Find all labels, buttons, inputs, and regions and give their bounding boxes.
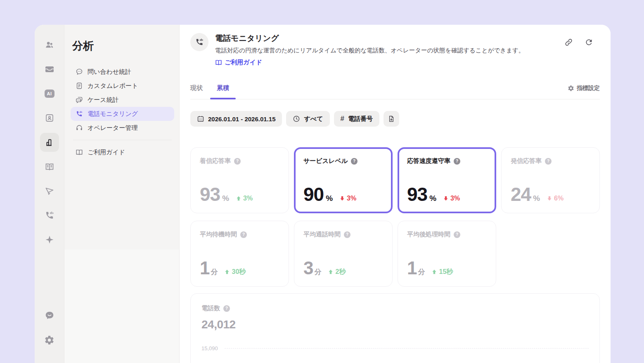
sidebar-item-inquiry-stats[interactable]: 問い合わせ統計 xyxy=(71,65,174,79)
metric-value: 93 xyxy=(407,185,427,204)
metric-card-outbound-answer-rate[interactable]: 発信応答率 ? 24 % 6% xyxy=(501,147,600,213)
metric-value: 24 xyxy=(511,185,531,204)
trend-up-icon xyxy=(432,269,437,274)
metric-value: 90 xyxy=(303,185,324,204)
metric-change: 3% xyxy=(443,195,460,202)
export-button[interactable] xyxy=(384,111,399,127)
refresh-icon[interactable] xyxy=(585,38,593,47)
sidebar-item-phone-monitoring[interactable]: 電話モニタリング xyxy=(71,107,174,121)
time-filter[interactable]: すべて xyxy=(286,111,329,127)
ai-badge-label: AI xyxy=(45,90,54,98)
chat-bubble-icon xyxy=(76,68,83,75)
metric-card-avg-talk-time[interactable]: 平均通話時間 ? 3 分 2秒 xyxy=(294,221,393,287)
help-icon[interactable]: ? xyxy=(344,231,350,238)
metric-change: 6% xyxy=(547,195,564,202)
help-icon[interactable]: ? xyxy=(234,158,241,165)
contact-card-icon[interactable] xyxy=(40,108,59,127)
sidebar-item-user-guide[interactable]: ご利用ガイド xyxy=(71,145,174,159)
date-range-label: 2026.01.01 - 2026.01.15 xyxy=(208,116,275,123)
filter-bar: 2026.01.01 - 2026.01.15 すべて # 電話番号 xyxy=(190,111,600,127)
phone-monitoring-avatar xyxy=(190,33,208,51)
metric-value: 1 xyxy=(200,259,209,277)
ai-icon[interactable]: AI xyxy=(40,84,59,103)
help-icon[interactable]: ? xyxy=(240,231,247,238)
phone-number-filter[interactable]: # 電話番号 xyxy=(334,111,379,127)
metric-unit: 分 xyxy=(418,267,425,277)
metric-card-service-level[interactable]: サービスレベル ? 90 % 3% xyxy=(294,147,393,213)
send-icon[interactable] xyxy=(40,182,59,200)
time-metric-cards-row: 平均待機時間 ? 1 分 30秒 平均通話時間 xyxy=(190,221,600,287)
main-panel: 電話モニタリング 電話対応の円滑な運営のためにリアルタイムで全般的な電話数、オペ… xyxy=(180,25,611,363)
phone-number-filter-label: 電話番号 xyxy=(348,115,373,123)
metric-card-answer-speed-compliance[interactable]: 応答速度遵守率 ? 93 % 3% xyxy=(398,147,496,213)
people-icon[interactable] xyxy=(40,35,59,54)
guide-link[interactable]: ご利用ガイド xyxy=(215,59,262,66)
sidebar-item-case-stats[interactable]: ケース統計 xyxy=(71,93,174,107)
link-icon[interactable] xyxy=(564,38,573,47)
settings-icon[interactable] xyxy=(40,330,59,349)
metric-unit: % xyxy=(222,194,229,203)
sidebar-item-label: オペレーター管理 xyxy=(88,124,137,132)
sidebar-item-custom-report[interactable]: カスタムレポート xyxy=(71,79,174,93)
sidebar-title: 分析 xyxy=(72,39,174,53)
help-icon[interactable]: ? xyxy=(223,305,230,312)
page-description: 電話対応の円滑な運営のためにリアルタイムで全般的な電話数、オペレーターの状態を確… xyxy=(215,47,524,54)
headset-icon xyxy=(76,124,83,132)
metric-unit: 分 xyxy=(314,267,321,277)
tabs-row: 現状 累積 指標設定 xyxy=(190,78,600,99)
phone-monitor-icon[interactable] xyxy=(40,206,59,225)
header-texts: 電話モニタリング 電話対応の円滑な運営のためにリアルタイムで全般的な電話数、オペ… xyxy=(215,33,524,68)
metric-value: 1 xyxy=(407,259,417,277)
guide-book-icon[interactable] xyxy=(40,157,59,176)
help-icon[interactable]: ? xyxy=(454,231,460,238)
trend-down-icon xyxy=(340,196,345,201)
calendar-icon xyxy=(197,115,204,123)
metric-title: 平均通話時間 xyxy=(303,231,341,238)
case-bubbles-icon xyxy=(76,96,83,104)
tab-cumulative[interactable]: 累積 xyxy=(217,78,229,99)
chart-gridline-label: 15,090 xyxy=(201,345,218,351)
metric-title: 着信応答率 xyxy=(200,157,231,165)
sparkle-icon[interactable] xyxy=(40,230,59,249)
date-range-filter[interactable]: 2026.01.01 - 2026.01.15 xyxy=(190,111,282,127)
metric-settings-button[interactable]: 指標設定 xyxy=(568,85,600,92)
export-document-icon xyxy=(388,115,395,123)
metric-change: 3% xyxy=(340,195,356,202)
tab-current[interactable]: 現状 xyxy=(190,78,203,99)
help-icon[interactable]: ? xyxy=(351,158,358,165)
metric-unit: % xyxy=(533,194,540,203)
open-book-icon xyxy=(76,148,83,156)
metric-card-avg-after-call-work-time[interactable]: 平均後処理時間 ? 1 分 15秒 xyxy=(398,221,496,287)
hash-icon: # xyxy=(341,115,344,123)
trend-down-icon xyxy=(443,196,448,201)
sidebar-item-operator-management[interactable]: オペレーター管理 xyxy=(71,121,174,135)
clock-icon xyxy=(293,115,300,123)
header-actions xyxy=(564,33,600,47)
metric-card-inbound-answer-rate[interactable]: 着信応答率 ? 93 % 3% xyxy=(190,147,289,213)
metric-title: サービスレベル xyxy=(303,157,348,165)
chatbot-icon[interactable] xyxy=(40,306,59,325)
metric-card-avg-wait-time[interactable]: 平均待機時間 ? 1 分 30秒 xyxy=(190,221,289,287)
page-title: 電話モニタリング xyxy=(215,33,524,44)
call-volume-chart-card: 電話数 ? 24,012 15,090 xyxy=(190,293,600,363)
inbox-icon[interactable] xyxy=(40,60,59,79)
sidebar-item-label: 電話モニタリング xyxy=(88,110,138,118)
app-window: AI 分析 問い xyxy=(35,25,611,363)
bar-chart-icon[interactable] xyxy=(40,133,59,152)
icon-rail: AI xyxy=(35,25,64,363)
metric-value: 3 xyxy=(303,259,313,277)
metric-change: 30秒 xyxy=(225,268,246,276)
help-icon[interactable]: ? xyxy=(545,158,552,165)
help-icon[interactable]: ? xyxy=(454,158,460,165)
metric-value: 93 xyxy=(200,185,220,204)
metric-title: 発信応答率 xyxy=(511,157,542,165)
content-area: 現状 累積 指標設定 2026.01.01 - 2026.01.15 xyxy=(180,74,611,363)
sidebar-item-label: ご利用ガイド xyxy=(88,148,125,156)
metric-title: 平均待機時間 xyxy=(200,231,237,238)
empty-grid-cell xyxy=(501,221,600,287)
trend-down-icon xyxy=(547,196,552,201)
guide-link-label: ご利用ガイド xyxy=(225,59,262,66)
metric-unit: % xyxy=(429,194,436,203)
trend-up-icon xyxy=(328,269,333,274)
time-filter-label: すべて xyxy=(304,115,323,123)
